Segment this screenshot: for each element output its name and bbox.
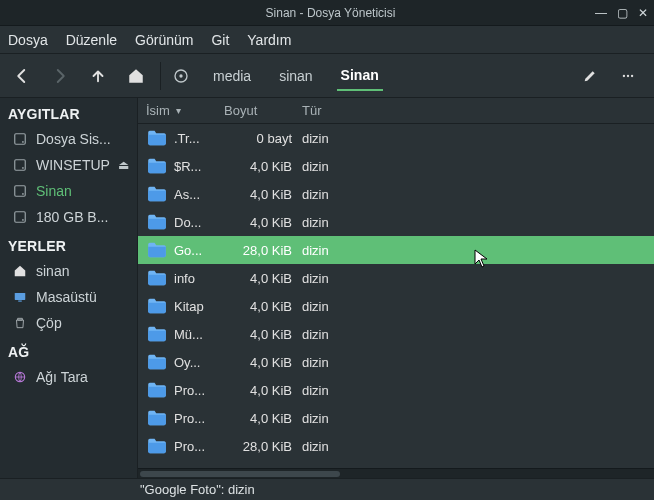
maximize-button[interactable]: ▢ — [617, 6, 628, 20]
file-row[interactable]: Do...4,0 KiBdizin — [138, 208, 654, 236]
file-size: 4,0 KiB — [224, 299, 302, 314]
home-button[interactable] — [124, 64, 148, 88]
up-button[interactable] — [86, 64, 110, 88]
disk-icon — [12, 183, 28, 199]
folder-icon — [146, 129, 168, 147]
file-size: 4,0 KiB — [224, 215, 302, 230]
home-icon — [12, 263, 28, 279]
svg-point-6 — [22, 141, 24, 143]
folder-icon — [146, 325, 168, 343]
window-titlebar: Sinan - Dosya Yöneticisi — ▢ ✕ — [0, 0, 654, 26]
network-icon — [12, 369, 28, 385]
sidebar-item-filesystem[interactable]: Dosya Sis... — [0, 126, 137, 152]
file-row[interactable]: Oy...4,0 KiBdizin — [138, 348, 654, 376]
column-header-type[interactable]: Tür — [302, 103, 654, 118]
file-size: 28,0 KiB — [224, 439, 302, 454]
sidebar-item-sinan-drive[interactable]: Sinan — [0, 178, 137, 204]
edit-path-button[interactable] — [578, 64, 602, 88]
sidebar-item-desktop[interactable]: Masaüstü — [0, 284, 137, 310]
menu-help[interactable]: Yardım — [247, 32, 291, 48]
folder-icon — [146, 437, 168, 455]
file-name: Pro... — [174, 383, 224, 398]
breadcrumb-item-sinan[interactable]: sinan — [275, 62, 316, 90]
file-row[interactable]: Pro...4,0 KiBdizin — [138, 376, 654, 404]
sidebar-item-label: Çöp — [36, 315, 62, 331]
breadcrumb: media sinan Sinan — [173, 61, 578, 91]
disk-icon — [12, 131, 28, 147]
file-type: dizin — [302, 271, 654, 286]
minimize-button[interactable]: — — [595, 6, 607, 20]
file-row[interactable]: .Tr...0 baytdizin — [138, 124, 654, 152]
file-row[interactable]: Pro...28,0 KiBdizin — [138, 432, 654, 460]
file-name: $R... — [174, 159, 224, 174]
eject-icon[interactable]: ⏏ — [118, 158, 129, 172]
file-name: As... — [174, 187, 224, 202]
toolbar: media sinan Sinan — [0, 54, 654, 98]
desktop-icon — [12, 289, 28, 305]
sidebar-section-devices: AYGITLAR — [0, 98, 137, 126]
column-header-name[interactable]: İsim ▾ — [146, 103, 224, 118]
svg-rect-5 — [15, 134, 26, 145]
file-size: 4,0 KiB — [224, 383, 302, 398]
sidebar-section-network: AĞ — [0, 336, 137, 364]
file-size: 4,0 KiB — [224, 159, 302, 174]
svg-rect-11 — [15, 212, 26, 223]
back-button[interactable] — [10, 64, 34, 88]
file-size: 28,0 KiB — [224, 243, 302, 258]
menu-go[interactable]: Git — [211, 32, 229, 48]
svg-point-2 — [623, 74, 625, 76]
file-type: dizin — [302, 187, 654, 202]
file-type: dizin — [302, 383, 654, 398]
file-row[interactable]: Kitap4,0 KiBdizin — [138, 292, 654, 320]
menu-file[interactable]: Dosya — [8, 32, 48, 48]
svg-rect-9 — [15, 186, 26, 197]
scrollbar-thumb[interactable] — [140, 471, 340, 477]
statusbar: "Google Foto": dizin — [0, 478, 654, 500]
toolbar-menu-button[interactable] — [616, 64, 640, 88]
sidebar-item-label: Masaüstü — [36, 289, 97, 305]
disk-icon — [12, 209, 28, 225]
file-row[interactable]: $R...4,0 KiBdizin — [138, 152, 654, 180]
file-row[interactable]: Pro...4,0 KiBdizin — [138, 404, 654, 432]
sidebar-item-trash[interactable]: Çöp — [0, 310, 137, 336]
sidebar-item-180gb[interactable]: 180 GB B... — [0, 204, 137, 230]
file-type: dizin — [302, 299, 654, 314]
folder-icon — [146, 157, 168, 175]
folder-icon — [146, 297, 168, 315]
file-name: Mü... — [174, 327, 224, 342]
file-type: dizin — [302, 327, 654, 342]
file-name: Kitap — [174, 299, 224, 314]
svg-point-3 — [627, 74, 629, 76]
svg-point-1 — [179, 74, 182, 77]
menubar: Dosya Düzenle Görünüm Git Yardım — [0, 26, 654, 54]
sidebar-item-home[interactable]: sinan — [0, 258, 137, 284]
breadcrumb-item-media[interactable]: media — [209, 62, 255, 90]
file-size: 4,0 KiB — [224, 411, 302, 426]
sidebar-item-label: sinan — [36, 263, 69, 279]
horizontal-scrollbar[interactable] — [138, 468, 654, 478]
svg-point-10 — [22, 193, 24, 195]
file-row[interactable]: As...4,0 KiBdizin — [138, 180, 654, 208]
file-row[interactable]: Go...28,0 KiBdizin — [138, 236, 654, 264]
forward-button[interactable] — [48, 64, 72, 88]
file-type: dizin — [302, 439, 654, 454]
sidebar-item-network-scan[interactable]: Ağı Tara — [0, 364, 137, 390]
file-row[interactable]: info4,0 KiBdizin — [138, 264, 654, 292]
column-headers: İsim ▾ Boyut Tür — [138, 98, 654, 124]
close-button[interactable]: ✕ — [638, 6, 648, 20]
file-type: dizin — [302, 411, 654, 426]
folder-icon — [146, 213, 168, 231]
menu-edit[interactable]: Düzenle — [66, 32, 117, 48]
column-header-size[interactable]: Boyut — [224, 103, 302, 118]
file-name: Pro... — [174, 411, 224, 426]
svg-point-12 — [22, 219, 24, 221]
file-size: 4,0 KiB — [224, 327, 302, 342]
file-name: Do... — [174, 215, 224, 230]
file-name: Pro... — [174, 439, 224, 454]
sidebar-item-label: WINSETUP — [36, 157, 110, 173]
breadcrumb-root-icon[interactable] — [173, 68, 189, 84]
menu-view[interactable]: Görünüm — [135, 32, 193, 48]
file-row[interactable]: Mü...4,0 KiBdizin — [138, 320, 654, 348]
sidebar-item-winsetup[interactable]: WINSETUP ⏏ — [0, 152, 137, 178]
breadcrumb-item-active[interactable]: Sinan — [337, 61, 383, 91]
